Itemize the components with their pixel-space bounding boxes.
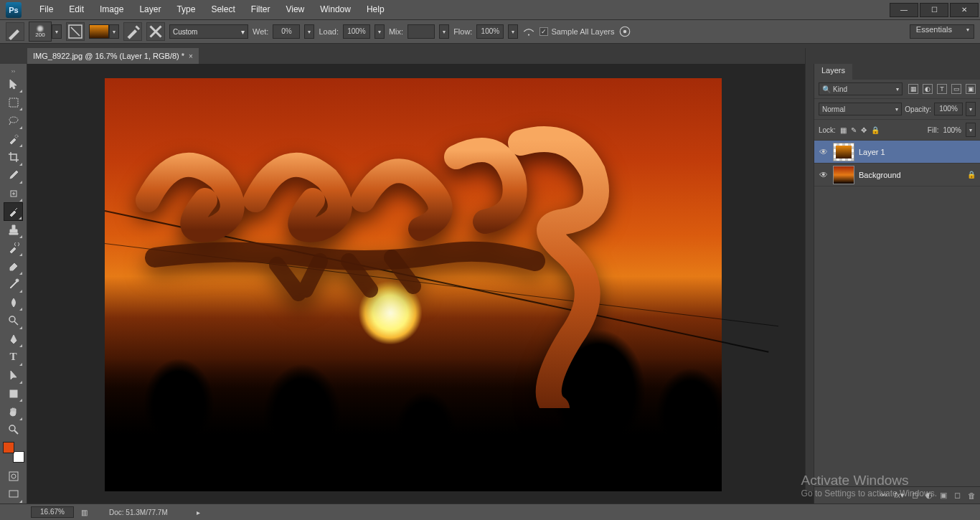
- tool-preset-dropdown[interactable]: [6, 22, 24, 41]
- marquee-tool[interactable]: [4, 93, 23, 111]
- layers-panel-footer: ⚯ fx▾ ◻ ◐ ▣ ◻ 🗑: [814, 486, 980, 504]
- canvas-area[interactable]: [27, 64, 814, 504]
- eyedropper-tool[interactable]: [4, 166, 23, 184]
- load-brush-button[interactable]: [123, 22, 142, 41]
- adjustment-layer-icon[interactable]: ◐: [925, 491, 933, 500]
- new-layer-icon[interactable]: ◻: [954, 491, 961, 500]
- menu-layer[interactable]: Layer: [131, 0, 169, 19]
- menu-image[interactable]: Image: [92, 0, 131, 19]
- opacity-dropdown[interactable]: ▾: [966, 102, 976, 116]
- crop-tool[interactable]: [4, 148, 23, 166]
- hand-tool[interactable]: [4, 402, 23, 420]
- toolbox-collapse[interactable]: ››: [0, 68, 27, 75]
- layer-mask-icon[interactable]: ◻: [912, 491, 918, 500]
- lock-transparency-icon[interactable]: ▦: [840, 126, 847, 134]
- wet-preset-dropdown[interactable]: Custom▾: [169, 24, 248, 39]
- layer-name[interactable]: Layer 1: [859, 148, 885, 156]
- brush-preset-dropdown[interactable]: ▾: [52, 24, 62, 39]
- window-close-button[interactable]: ✕: [950, 3, 979, 17]
- status-icon[interactable]: ▥: [81, 509, 88, 516]
- load-dropdown[interactable]: ▾: [374, 24, 385, 39]
- color-swatches[interactable]: [3, 442, 24, 463]
- collapsed-panel-dock[interactable]: [805, 48, 814, 491]
- link-layers-icon[interactable]: ⚯: [880, 491, 887, 500]
- layer-visibility-toggle[interactable]: 👁: [819, 170, 829, 180]
- move-tool[interactable]: [4, 75, 23, 93]
- window-restore-button[interactable]: ☐: [920, 3, 948, 17]
- lasso-tool[interactable]: [4, 111, 23, 129]
- panel-tab-bar: Layers: [814, 64, 980, 80]
- document-tab[interactable]: IMG_8922.jpg @ 16.7% (Layer 1, RGB/8) * …: [27, 48, 199, 64]
- menu-filter[interactable]: Filter: [243, 0, 278, 19]
- document-canvas[interactable]: [105, 78, 722, 491]
- wet-dropdown[interactable]: ▾: [304, 24, 314, 39]
- mix-dropdown[interactable]: ▾: [439, 24, 449, 39]
- clean-brush-button[interactable]: [146, 22, 165, 41]
- workspace-switcher[interactable]: Essentials: [910, 24, 974, 39]
- menu-file[interactable]: File: [32, 0, 61, 19]
- layer-row[interactable]: 👁 Background 🔒: [814, 164, 980, 186]
- brush-load-swatch[interactable]: [89, 24, 109, 39]
- blur-tool[interactable]: [4, 293, 23, 311]
- opacity-value[interactable]: 100%: [934, 103, 963, 115]
- menu-type[interactable]: Type: [169, 0, 203, 19]
- lock-all-icon[interactable]: 🔒: [871, 126, 880, 134]
- lock-position-icon[interactable]: ✥: [861, 126, 867, 134]
- type-tool[interactable]: T: [4, 348, 23, 366]
- lock-paint-icon[interactable]: ✎: [851, 126, 857, 134]
- status-dropdown-arrow[interactable]: ▸: [197, 509, 200, 516]
- window-minimize-button[interactable]: —: [890, 3, 918, 17]
- layer-name[interactable]: Background: [859, 171, 901, 179]
- airbrush-toggle[interactable]: [522, 25, 535, 38]
- fill-value[interactable]: 100%: [943, 126, 961, 134]
- layers-tab[interactable]: Layers: [814, 64, 852, 80]
- menu-edit[interactable]: Edit: [61, 0, 92, 19]
- pen-tool[interactable]: [4, 330, 23, 348]
- brush-tool[interactable]: [4, 202, 23, 220]
- flow-value[interactable]: 100%: [476, 24, 504, 39]
- layer-thumbnail[interactable]: [833, 143, 854, 161]
- quick-select-tool[interactable]: [4, 130, 23, 148]
- screen-mode-toggle[interactable]: [4, 486, 23, 504]
- flow-dropdown[interactable]: ▾: [508, 24, 518, 39]
- filter-smart-icon[interactable]: ▣: [966, 84, 976, 94]
- blend-mode-dropdown[interactable]: Normal▾: [819, 103, 902, 115]
- layer-group-icon[interactable]: ▣: [940, 491, 947, 500]
- filter-pixel-icon[interactable]: ▦: [908, 84, 918, 94]
- wet-value[interactable]: 0%: [273, 24, 300, 39]
- history-brush-tool[interactable]: [4, 239, 23, 257]
- menu-view[interactable]: View: [278, 0, 312, 19]
- layer-row[interactable]: 👁 Layer 1: [814, 141, 980, 164]
- shape-tool[interactable]: [4, 384, 23, 402]
- healing-tool[interactable]: [4, 184, 23, 202]
- fill-dropdown[interactable]: ▾: [966, 123, 976, 137]
- eraser-tool[interactable]: [4, 257, 23, 275]
- layer-filter-dropdown[interactable]: 🔍 Kind▾: [819, 82, 903, 95]
- filter-shape-icon[interactable]: ▭: [951, 84, 961, 94]
- menu-select[interactable]: Select: [203, 0, 242, 19]
- filter-type-icon[interactable]: T: [937, 84, 947, 94]
- sample-all-checkbox[interactable]: ✓: [540, 27, 548, 36]
- brush-load-dropdown[interactable]: ▾: [109, 24, 119, 39]
- zoom-level-field[interactable]: 16.67%: [31, 506, 74, 518]
- gradient-tool[interactable]: [4, 275, 23, 293]
- stamp-tool[interactable]: [4, 221, 23, 239]
- layer-visibility-toggle[interactable]: 👁: [819, 147, 829, 157]
- path-select-tool[interactable]: [4, 367, 23, 384]
- mix-value[interactable]: [407, 24, 435, 39]
- dodge-tool[interactable]: [4, 311, 23, 329]
- document-tab-close[interactable]: ×: [189, 52, 193, 60]
- layer-style-icon[interactable]: fx▾: [894, 491, 905, 500]
- brush-panel-toggle[interactable]: [66, 22, 85, 41]
- delete-layer-icon[interactable]: 🗑: [968, 491, 976, 500]
- quick-mask-toggle[interactable]: [4, 467, 23, 485]
- zoom-tool[interactable]: [4, 421, 23, 439]
- load-value[interactable]: 100%: [343, 24, 370, 39]
- layer-thumbnail[interactable]: [833, 166, 854, 184]
- menu-help[interactable]: Help: [359, 0, 392, 19]
- menu-window[interactable]: Window: [312, 0, 359, 19]
- layer-lock-icon: 🔒: [967, 171, 976, 179]
- filter-adjust-icon[interactable]: ◐: [923, 84, 933, 94]
- tablet-pressure-toggle[interactable]: [618, 25, 631, 38]
- brush-preset-picker[interactable]: 200: [29, 22, 52, 42]
